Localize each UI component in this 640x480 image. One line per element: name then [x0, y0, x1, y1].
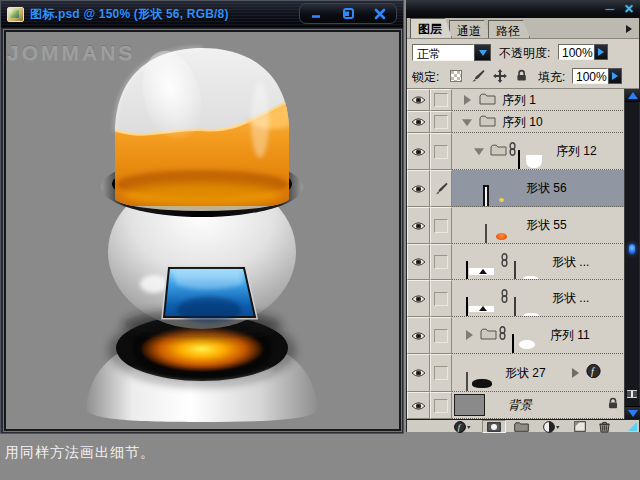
layer-row-group-1[interactable]: 序列 1: [407, 89, 639, 111]
tab-paths[interactable]: 路径: [488, 20, 530, 38]
lock-transparency-icon[interactable]: [448, 68, 463, 83]
layer-thumbnail[interactable]: [485, 187, 487, 206]
layer-row-shape-masked-2[interactable]: 形状 ...: [407, 280, 639, 317]
visibility-toggle[interactable]: [407, 207, 430, 244]
paint-brush-indicator-icon[interactable]: [430, 170, 452, 207]
layer-thumbnail[interactable]: [454, 394, 485, 416]
layer-thumbnail[interactable]: [485, 224, 487, 243]
collapse-arrow-icon[interactable]: [474, 148, 484, 155]
blend-mode-select[interactable]: 正常: [412, 44, 491, 61]
document-titlebar[interactable]: 图标.psd @ 150% (形状 56, RGB/8): [1, 1, 403, 28]
vector-mask-thumbnail[interactable]: [514, 297, 516, 316]
panel-tabs: 图层 通道 路径: [407, 18, 639, 39]
group-mask-thumbnail[interactable]: [512, 334, 514, 353]
panel-close-icon[interactable]: ✕: [624, 3, 634, 15]
window-controls: [299, 3, 397, 24]
layer-effects-icon[interactable]: f: [586, 363, 601, 382]
chevron-down-icon[interactable]: [474, 44, 491, 61]
lock-all-icon[interactable]: [514, 68, 529, 83]
layer-row-shape-55[interactable]: 形状 55: [407, 207, 639, 244]
tab-channels[interactable]: 通道: [449, 20, 491, 38]
group-mask-thumbnail[interactable]: [518, 150, 520, 169]
lock-paint-brush-icon[interactable]: [470, 68, 485, 83]
vector-mask-thumbnail[interactable]: [514, 261, 516, 280]
link-well[interactable]: [430, 133, 452, 170]
visibility-toggle[interactable]: [407, 89, 430, 111]
visibility-toggle[interactable]: [407, 392, 430, 419]
collapse-arrow-icon[interactable]: [462, 119, 472, 126]
visibility-toggle[interactable]: [407, 280, 430, 317]
fill-input[interactable]: 100%: [572, 68, 608, 84]
visibility-toggle[interactable]: [407, 244, 430, 280]
lock-label: 锁定:: [412, 69, 439, 86]
layer-row-shape-56[interactable]: 形状 56: [407, 170, 639, 207]
visibility-toggle[interactable]: [407, 133, 430, 170]
panel-menu-button[interactable]: [626, 25, 632, 33]
layer-thumbnail[interactable]: [466, 297, 468, 316]
panel-titlebar[interactable]: ─ ✕: [406, 0, 640, 18]
opacity-arrow-button[interactable]: [594, 44, 608, 60]
expand-arrow-icon[interactable]: [466, 330, 473, 340]
layer-row-group-11[interactable]: 序列 11: [407, 317, 639, 354]
document-title: 图标.psd @ 150% (形状 56, RGB/8): [30, 6, 229, 23]
layer-row-group-12[interactable]: 序列 12: [407, 133, 639, 170]
link-mask-icon[interactable]: [509, 142, 516, 160]
effects-expand-arrow-icon[interactable]: [572, 368, 579, 378]
adjustment-layer-button[interactable]: [543, 420, 560, 433]
add-layer-mask-button[interactable]: [482, 420, 506, 433]
new-group-button[interactable]: [514, 420, 529, 433]
link-well[interactable]: [430, 89, 452, 111]
psd-file-icon: [7, 7, 24, 22]
blend-mode-row: 正常 不透明度: 100%: [407, 40, 639, 64]
link-well[interactable]: [430, 207, 452, 244]
scroll-down-button[interactable]: [625, 406, 640, 419]
folder-icon: [490, 142, 507, 160]
folder-icon: [479, 91, 496, 109]
panel-resize-grip[interactable]: [628, 422, 637, 431]
link-well[interactable]: [430, 317, 452, 354]
close-icon[interactable]: [369, 5, 391, 22]
blend-mode-value: 正常: [412, 44, 474, 61]
scrollbar-marker: [627, 390, 637, 398]
fill-arrow-button[interactable]: [608, 68, 622, 84]
link-well[interactable]: [430, 392, 452, 419]
panel-bottom-bar: f: [407, 419, 639, 432]
fill-label: 填充:: [538, 69, 565, 86]
link-well[interactable]: [430, 354, 452, 392]
link-mask-icon[interactable]: [501, 289, 508, 307]
link-mask-icon[interactable]: [499, 326, 506, 344]
scrollbar-thumb[interactable]: [629, 244, 635, 254]
new-layer-button[interactable]: [574, 420, 586, 433]
lock-badge-icon: [607, 396, 619, 414]
link-well[interactable]: [430, 244, 452, 280]
expand-arrow-icon[interactable]: [464, 95, 471, 105]
tab-layers[interactable]: 图层: [410, 18, 452, 38]
lock-position-move-icon[interactable]: [492, 68, 507, 83]
layer-row-background[interactable]: 背景: [407, 392, 639, 419]
link-well[interactable]: [430, 280, 452, 317]
layer-thumbnail[interactable]: [466, 372, 468, 391]
layer-thumbnail[interactable]: [466, 261, 468, 280]
layer-list: 序列 1 序列 10 序列 12: [407, 89, 639, 419]
link-mask-icon[interactable]: [501, 253, 508, 271]
scroll-up-button[interactable]: [625, 89, 640, 102]
layer-row-shape-masked-1[interactable]: 形状 ...: [407, 244, 639, 280]
tutorial-caption: 用同样方法画出细节。: [5, 444, 155, 462]
layer-row-group-10[interactable]: 序列 10: [407, 111, 639, 133]
lock-row: 锁定: 填充: 100%: [407, 64, 639, 89]
layer-row-shape-27[interactable]: 形状 27 f: [407, 354, 639, 392]
minimize-button[interactable]: [305, 5, 327, 22]
visibility-toggle[interactable]: [407, 354, 430, 392]
layer-style-fx-button[interactable]: f: [454, 420, 471, 433]
delete-layer-trash-button[interactable]: [598, 420, 611, 433]
document-canvas[interactable]: JOMMANS: [4, 30, 401, 431]
icon-artwork: [6, 32, 399, 429]
restore-button[interactable]: [337, 5, 359, 22]
visibility-toggle[interactable]: [407, 170, 430, 207]
link-well[interactable]: [430, 111, 452, 133]
layer-list-scrollbar[interactable]: [624, 89, 639, 419]
visibility-toggle[interactable]: [407, 317, 430, 354]
visibility-toggle[interactable]: [407, 111, 430, 133]
panel-minimize-button[interactable]: ─: [605, 3, 614, 15]
opacity-input[interactable]: 100%: [558, 44, 594, 60]
